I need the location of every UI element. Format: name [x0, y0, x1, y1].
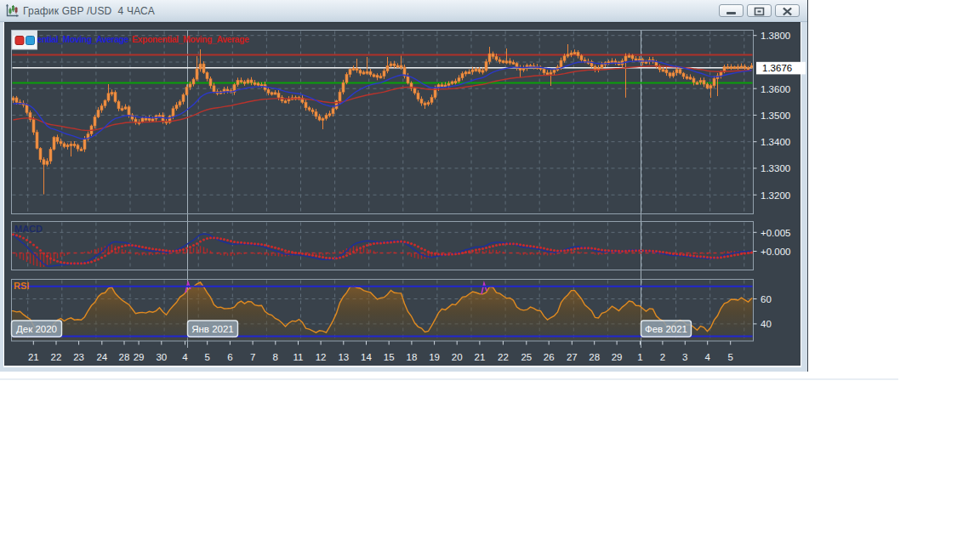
svg-text:14: 14 [361, 352, 372, 362]
svg-text:22: 22 [51, 352, 62, 362]
svg-text:12: 12 [316, 352, 327, 362]
svg-text:1: 1 [637, 352, 642, 362]
svg-text:21: 21 [475, 352, 486, 362]
svg-text:1.3400: 1.3400 [761, 137, 790, 147]
svg-text:1.3600: 1.3600 [761, 84, 790, 94]
svg-text:+0.005: +0.005 [761, 228, 791, 238]
svg-text:23: 23 [73, 352, 84, 362]
svg-text:Янв 2021: Янв 2021 [191, 324, 234, 334]
svg-text:4: 4 [182, 352, 188, 362]
svg-text:Фев 2021: Фев 2021 [645, 324, 687, 334]
svg-text:25: 25 [521, 352, 532, 362]
svg-text:MACD: MACD [14, 224, 43, 234]
svg-text:26: 26 [544, 352, 555, 362]
svg-text:19: 19 [429, 352, 440, 362]
svg-text:RSI: RSI [14, 281, 29, 291]
svg-text:1.3676: 1.3676 [762, 63, 792, 73]
svg-text:3: 3 [682, 352, 687, 362]
svg-text:20: 20 [452, 352, 463, 362]
svg-text:2: 2 [660, 352, 665, 362]
svg-text:1.3200: 1.3200 [761, 190, 790, 201]
svg-text:40: 40 [761, 319, 772, 329]
svg-text:5: 5 [204, 352, 209, 362]
svg-text:Дек 2020: Дек 2020 [16, 324, 57, 334]
svg-text:29: 29 [134, 352, 145, 362]
svg-text:13: 13 [338, 352, 349, 362]
svg-text:22: 22 [498, 352, 509, 362]
svg-text:6: 6 [227, 352, 232, 362]
svg-text:4: 4 [704, 352, 710, 362]
svg-text:11: 11 [293, 352, 304, 362]
svg-text:28: 28 [119, 352, 130, 362]
svg-text:28: 28 [589, 352, 600, 362]
svg-text:21: 21 [28, 352, 39, 362]
svg-text:29: 29 [612, 352, 623, 362]
svg-text:1.3500: 1.3500 [761, 111, 790, 121]
svg-text:5: 5 [727, 352, 732, 362]
svg-text:27: 27 [567, 352, 578, 362]
svg-text:18: 18 [407, 352, 418, 362]
svg-text:8: 8 [273, 352, 278, 362]
svg-text:1.3800: 1.3800 [761, 31, 790, 41]
svg-text:7: 7 [250, 352, 255, 362]
svg-text:15: 15 [384, 352, 395, 362]
svg-text:ential_Moving_Average: ential_Moving_Average [37, 34, 129, 44]
svg-text:Exponential_Moving_Average: Exponential_Moving_Average [132, 34, 249, 44]
svg-text:1.3300: 1.3300 [761, 163, 790, 173]
svg-text:60: 60 [761, 294, 772, 304]
svg-text:24: 24 [96, 352, 107, 362]
svg-text:+0.000: +0.000 [761, 247, 791, 257]
svg-text:30: 30 [156, 352, 167, 362]
